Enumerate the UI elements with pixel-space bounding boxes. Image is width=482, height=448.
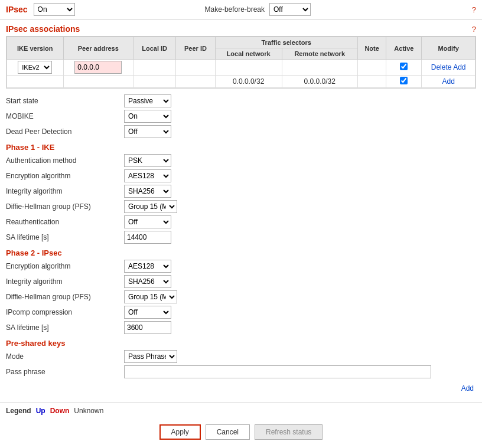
phase1-title: Phase 1 - IKE (6, 143, 476, 152)
th-peer-id: Peer ID (176, 37, 215, 60)
integrity-algo-select[interactable]: SHA256 SHA1 (124, 185, 171, 198)
make-before-break-select[interactable]: Off On (269, 3, 311, 16)
mobike-select[interactable]: On Off (124, 110, 171, 123)
dead-peer-label: Dead Peer Detection (6, 127, 124, 136)
th-peer-address: Peer address (63, 37, 133, 60)
delete-link-1[interactable]: Delete (431, 63, 452, 71)
th-local-id: Local ID (133, 37, 176, 60)
th-active: Active (386, 37, 422, 60)
add-link-1[interactable]: Add (453, 63, 465, 71)
dh-group-label: Diffie-Hellman group (PFS) (6, 202, 124, 211)
th-local-network: Local network (215, 48, 282, 60)
dh-group2-select[interactable]: Group 15 (M Group 14 (124, 290, 177, 303)
sa-lifetime-label: SA lifetime [s] (6, 233, 124, 241)
integrity-algo2-label: Integrity algorithm (6, 277, 124, 286)
add-bottom-link[interactable]: Add (461, 384, 474, 393)
local-network-cell-2: 0.0.0.0/32 (215, 76, 282, 88)
reauth-label: Reauthentication (6, 218, 124, 226)
enc-algo-select[interactable]: AES128 AES256 (124, 169, 171, 182)
peer-address-input-1[interactable] (74, 61, 122, 74)
legend-label: Legend (6, 407, 31, 415)
legend-down: Down (50, 407, 70, 415)
dead-peer-select[interactable]: Off On (124, 125, 171, 138)
start-state-select[interactable]: Passive Active (124, 94, 171, 107)
th-remote-network: Remote network (282, 48, 357, 60)
enc-algo-label: Encryption algorithm (6, 172, 124, 180)
active-checkbox-2[interactable] (400, 77, 408, 84)
table-row: IKEv2 IKEv1 (7, 60, 476, 76)
ike-version-select-1[interactable]: IKEv2 IKEv1 (18, 61, 52, 74)
ipsec-select[interactable]: On Off (34, 3, 75, 16)
th-note: Note (357, 37, 386, 60)
start-state-label: Start state (6, 97, 124, 105)
dh-group2-label: Diffie-Hellman group (PFS) (6, 293, 124, 301)
sa-lifetime-input[interactable] (124, 231, 171, 244)
dh-group-select[interactable]: Group 15 (M Group 14 (124, 200, 177, 213)
th-modify: Modify (422, 37, 476, 60)
cancel-button[interactable]: Cancel (206, 424, 250, 440)
reauth-select[interactable]: Off On (124, 215, 171, 228)
page-title: IPsec (6, 5, 28, 14)
preshared-title: Pre-shared keys (6, 339, 476, 348)
integrity-algo2-select[interactable]: SHA256 SHA1 (124, 275, 171, 288)
passphrase-label: Pass phrase (6, 368, 124, 376)
auth-method-select[interactable]: PSK Certificate (124, 154, 171, 167)
table-row: 0.0.0.0/32 0.0.0.0/32 Add (7, 76, 476, 88)
add-link-2[interactable]: Add (442, 77, 454, 86)
mode-label: Mode (6, 352, 124, 361)
associations-table: IKE version Peer address Local ID Peer I… (6, 37, 476, 88)
enc-algo2-label: Encryption algorithm (6, 262, 124, 270)
sa-lifetime2-label: SA lifetime [s] (6, 323, 124, 332)
associations-help-icon[interactable]: ? (472, 25, 476, 34)
th-ike-version: IKE version (7, 37, 64, 60)
mobike-label: MOBIKE (6, 112, 124, 120)
mode-select[interactable]: Pass Phrase Key (124, 350, 177, 363)
auth-method-label: Authentication method (6, 156, 124, 165)
legend-unknown: Unknown (74, 407, 103, 415)
ipcomp-select[interactable]: Off On (124, 306, 171, 319)
apply-button[interactable]: Apply (159, 424, 201, 440)
active-checkbox-1[interactable] (400, 63, 408, 70)
legend-up: Up (36, 407, 45, 415)
ipcomp-label: IPcomp compression (6, 308, 124, 316)
phase2-title: Phase 2 - IPsec (6, 248, 476, 257)
passphrase-input[interactable] (124, 365, 431, 378)
refresh-button: Refresh status (255, 424, 323, 440)
integrity-algo-label: Integrity algorithm (6, 187, 124, 195)
make-before-break-label: Make-before-break (205, 5, 265, 14)
top-help-icon[interactable]: ? (472, 5, 476, 14)
associations-title: IPsec associations (6, 24, 80, 34)
th-traffic-selectors: Traffic selectors (215, 37, 357, 48)
enc-algo2-select[interactable]: AES128 AES256 (124, 260, 171, 273)
remote-network-cell-2: 0.0.0.0/32 (282, 76, 357, 88)
sa-lifetime2-input[interactable] (124, 321, 171, 334)
